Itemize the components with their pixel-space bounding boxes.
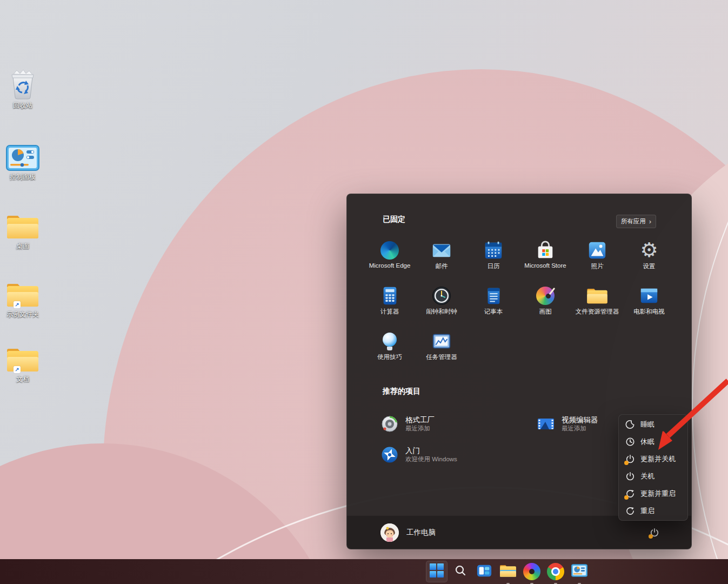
- get-started-icon: [381, 446, 398, 463]
- user-avatar: [380, 523, 399, 542]
- control-panel-icon: [571, 563, 587, 580]
- mail-icon: [431, 240, 452, 261]
- video-editor-icon: [537, 415, 555, 433]
- desktop-icon-control-panel[interactable]: 控制面板: [0, 141, 45, 182]
- update-badge: [649, 534, 653, 539]
- widgets-icon: [476, 562, 492, 581]
- shortcut-arrow-icon: ↗: [14, 301, 21, 308]
- task-manager-icon: [431, 330, 452, 352]
- pinwheel-browser-icon: [523, 563, 540, 580]
- power-option-update-shutdown[interactable]: 更新并关机: [619, 450, 687, 468]
- pinned-app-notepad[interactable]: 记事本: [467, 274, 519, 320]
- pinned-section-header: 已固定: [383, 215, 405, 224]
- pinned-apps-grid: Microsoft Edge 邮件: [364, 229, 675, 365]
- desktop-icon-label: 文档: [16, 375, 29, 384]
- update-badge: [624, 461, 629, 465]
- pinned-app-calendar[interactable]: 日历: [467, 229, 519, 274]
- pinned-app-file-explorer[interactable]: 文件资源管理器: [571, 274, 623, 320]
- update-badge: [624, 495, 629, 500]
- lightbulb-icon: [379, 330, 400, 352]
- power-options-flyout: 睡眠 休眠 更新并关机 关机: [618, 414, 688, 521]
- microsoft-edge-icon: [379, 240, 400, 261]
- taskbar: 白云一键重装系统 www.baiyunxitong.com: [0, 559, 728, 584]
- desktop-icon-desktop-folder[interactable]: 桌面: [0, 210, 45, 251]
- file-explorer-icon: [586, 285, 608, 307]
- taskbar-search-button[interactable]: [450, 561, 471, 582]
- power-icon: [650, 528, 659, 537]
- sleep-icon: [625, 420, 635, 429]
- shortcut-arrow-icon: ↗: [14, 366, 21, 373]
- update-shutdown-icon: [625, 454, 635, 464]
- pinned-app-microsoft-edge[interactable]: Microsoft Edge: [364, 229, 416, 274]
- pinned-app-microsoft-store[interactable]: Microsoft Store: [519, 229, 571, 274]
- power-option-sleep[interactable]: 睡眠: [619, 416, 687, 433]
- user-profile-button[interactable]: 工作电脑: [380, 523, 436, 542]
- recommended-item-format-factory[interactable]: 格式工厂 最近添加: [381, 412, 527, 436]
- taskbar-chrome-button[interactable]: [545, 561, 566, 582]
- restart-icon: [625, 506, 635, 516]
- recommended-item-get-started[interactable]: 入门 欢迎使用 Windows: [381, 443, 527, 467]
- desktop-icon-sample-folder[interactable]: ↗ 示例文件夹: [0, 278, 45, 319]
- photos-icon: [586, 240, 608, 261]
- start-button[interactable]: [426, 561, 448, 582]
- pinned-app-mail[interactable]: 邮件: [416, 229, 467, 274]
- hibernate-icon: [625, 437, 635, 447]
- power-option-update-restart[interactable]: 更新并重启: [619, 485, 687, 502]
- taskbar-file-explorer-button[interactable]: [497, 561, 519, 582]
- power-option-restart[interactable]: 重启: [619, 502, 687, 520]
- desktop-icon-label: 控制面板: [10, 172, 36, 182]
- pinned-app-movies-tv[interactable]: 电影和电视: [623, 274, 675, 320]
- recommended-section-header: 推荐的项目: [383, 387, 420, 396]
- power-option-shutdown[interactable]: 关机: [619, 468, 687, 485]
- power-option-hibernate[interactable]: 休眠: [619, 433, 687, 450]
- pinned-app-photos[interactable]: 照片: [571, 229, 623, 274]
- control-panel-icon: [6, 141, 39, 171]
- taskbar-widgets-button[interactable]: [473, 561, 495, 582]
- desktop-icon-label: 回收站: [13, 101, 32, 110]
- pinned-app-task-manager[interactable]: 任务管理器: [416, 320, 467, 365]
- windows-logo-icon: [430, 563, 444, 580]
- desktop-icon-label: 桌面: [16, 242, 29, 251]
- pinned-app-alarms-clock[interactable]: 闹钟和时钟: [416, 274, 467, 320]
- desktop-icon-recycle-bin[interactable]: 回收站: [0, 69, 45, 110]
- chevron-right-icon: ›: [649, 217, 651, 225]
- shutdown-icon: [625, 472, 635, 481]
- desktop-icon-documents[interactable]: ↗ 文档: [0, 343, 45, 384]
- pinned-app-paint[interactable]: 画图: [519, 274, 571, 320]
- desktop-icon-label: 示例文件夹: [6, 310, 39, 319]
- alarm-clock-icon: [431, 285, 452, 307]
- user-name-label: 工作电脑: [406, 528, 436, 537]
- gear-icon: ⚙: [638, 240, 660, 261]
- folder-icon: [6, 210, 39, 240]
- taskbar-pinwheel-browser-button[interactable]: [521, 561, 543, 582]
- power-button[interactable]: [644, 522, 665, 543]
- search-icon: [454, 564, 467, 579]
- microsoft-store-icon: [535, 240, 556, 261]
- calculator-icon: [379, 285, 400, 307]
- chrome-icon: [547, 563, 564, 580]
- pinned-app-settings[interactable]: ⚙ 设置: [623, 229, 675, 274]
- format-factory-icon: [381, 415, 398, 433]
- taskbar-control-panel-button[interactable]: [569, 561, 590, 582]
- folder-shortcut-icon: ↗: [6, 343, 39, 373]
- notepad-icon: [483, 285, 504, 307]
- all-apps-button[interactable]: 所有应用 ›: [616, 215, 656, 228]
- paint-palette-icon: [535, 285, 556, 307]
- update-restart-icon: [625, 489, 635, 499]
- pinned-app-tips[interactable]: 使用技巧: [364, 320, 416, 365]
- calendar-icon: [483, 240, 504, 261]
- movies-tv-icon: [638, 285, 660, 307]
- file-explorer-icon: [499, 563, 517, 580]
- recycle-bin-icon: [8, 69, 37, 99]
- folder-shortcut-icon: ↗: [6, 278, 39, 308]
- pinned-app-calculator[interactable]: 计算器: [364, 274, 416, 320]
